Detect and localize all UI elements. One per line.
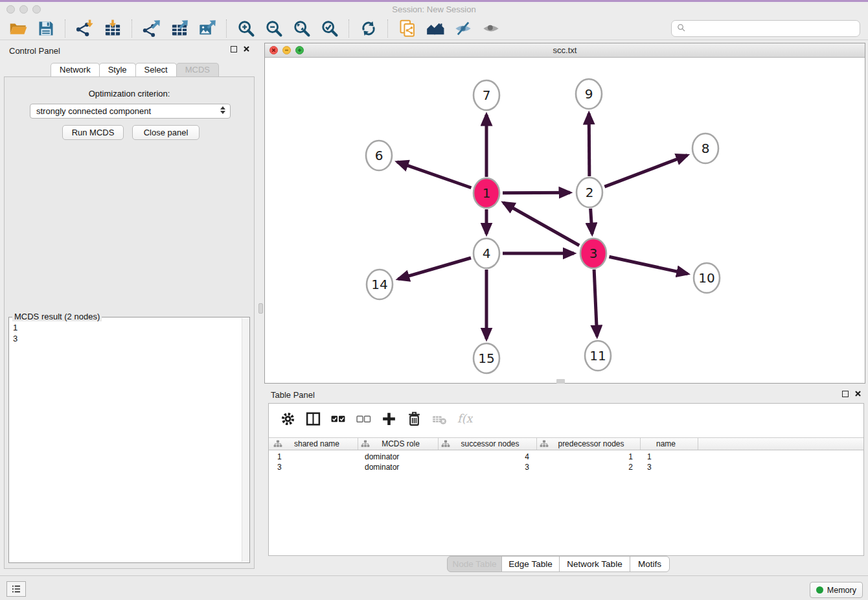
graph-edge-3-11[interactable] xyxy=(594,270,597,336)
table-cell: 1 xyxy=(537,452,641,462)
node-label: 9 xyxy=(585,86,593,102)
delete-row-icon[interactable] xyxy=(403,408,425,429)
select-all-icon[interactable] xyxy=(327,408,349,429)
table-browser-tabs: Node TableEdge TableNetwork TableMotifs xyxy=(447,556,670,572)
network-canvas[interactable]: 7968124314101511 xyxy=(265,58,865,383)
table-row[interactable]: 1dominator411 xyxy=(269,452,863,462)
graph-node-15: 15 xyxy=(474,343,499,373)
graph-node-3: 3 xyxy=(580,238,606,268)
zoom-in-icon[interactable] xyxy=(232,18,260,39)
zoom-window-button[interactable] xyxy=(32,5,41,14)
zoom-fit-icon[interactable] xyxy=(288,18,315,39)
float-table-panel-icon[interactable] xyxy=(842,391,849,397)
tab-edge-table[interactable]: Edge Table xyxy=(501,556,560,572)
graph-node-9: 9 xyxy=(576,79,602,109)
home-icon[interactable] xyxy=(421,18,449,39)
run-mcds-button[interactable]: Run MCDS xyxy=(62,125,124,140)
tab-style[interactable]: Style xyxy=(99,63,136,76)
criterion-value: strongly connected component xyxy=(36,106,151,116)
result-node-id: 3 xyxy=(13,333,237,344)
table-row[interactable]: 3dominator323 xyxy=(269,462,863,472)
network-file-icon[interactable] xyxy=(393,18,421,39)
function-builder-icon: f(x) xyxy=(453,408,475,429)
memory-label: Memory xyxy=(827,586,856,595)
select-stepper-icon xyxy=(220,106,225,114)
minimize-window-button[interactable] xyxy=(19,5,28,14)
delete-table-icon xyxy=(428,408,450,429)
float-panel-icon[interactable] xyxy=(231,46,237,52)
export-image-icon[interactable] xyxy=(193,18,221,39)
control-panel-tabs: NetworkStyleSelectMCDS xyxy=(51,63,218,76)
hide-details-icon[interactable] xyxy=(449,18,477,39)
mcds-panel: Optimization criterion: strongly connect… xyxy=(4,76,255,569)
memory-button[interactable]: Memory xyxy=(810,582,863,598)
graph-node-10: 10 xyxy=(694,263,720,293)
graph-node-8: 8 xyxy=(692,133,718,163)
memory-status-icon xyxy=(816,586,823,594)
export-network-icon[interactable] xyxy=(137,18,165,39)
show-details-icon[interactable] xyxy=(477,18,505,39)
column-header-shared-name[interactable]: shared name xyxy=(271,438,358,450)
optimization-criterion-select[interactable]: strongly connected component xyxy=(30,104,231,119)
zoom-out-icon[interactable] xyxy=(260,18,288,39)
deselect-all-icon[interactable] xyxy=(352,408,374,429)
toolbar-separator xyxy=(387,19,388,38)
close-window-button[interactable] xyxy=(6,5,15,14)
graph-edge-1-6[interactable] xyxy=(397,162,471,188)
graph-edge-3-10[interactable] xyxy=(609,257,687,273)
column-header-name[interactable]: name xyxy=(641,438,698,450)
tree-icon xyxy=(540,440,549,448)
save-session-icon[interactable] xyxy=(32,18,60,39)
add-row-icon[interactable] xyxy=(378,408,400,429)
tab-mcds[interactable]: MCDS xyxy=(176,63,219,76)
toolbar-separator xyxy=(226,19,227,38)
network-window-titlebar[interactable]: scc.txt xyxy=(265,43,865,58)
graph-edge-2-8[interactable] xyxy=(604,156,687,187)
horizontal-splitter-handle[interactable] xyxy=(556,379,565,384)
search-input[interactable] xyxy=(689,22,860,35)
search-box[interactable] xyxy=(671,20,860,37)
open-file-icon[interactable] xyxy=(4,18,32,39)
graph-edge-1-2[interactable] xyxy=(503,192,570,193)
export-table-icon[interactable] xyxy=(165,18,193,39)
zoom-selected-icon[interactable] xyxy=(315,18,343,39)
table-cell: 2 xyxy=(537,462,641,472)
graph-node-4: 4 xyxy=(474,238,499,268)
tab-node-table[interactable]: Node Table xyxy=(447,556,502,572)
refresh-icon[interactable] xyxy=(354,18,382,39)
tab-network[interactable]: Network xyxy=(51,63,100,76)
svg-text:f(x): f(x) xyxy=(457,412,473,425)
close-panel-button[interactable]: Close panel xyxy=(132,125,200,140)
split-table-icon[interactable] xyxy=(302,408,324,429)
graph-edge-2-3[interactable] xyxy=(591,209,592,234)
graph-edge-3-1[interactable] xyxy=(503,203,579,246)
panel-list-button[interactable] xyxy=(6,581,26,597)
table-panel-header: Table Panel xyxy=(264,386,868,403)
column-header-label: shared name xyxy=(282,439,358,448)
close-panel-icon[interactable] xyxy=(243,45,250,52)
node-label: 11 xyxy=(589,348,606,363)
result-scrollbar[interactable] xyxy=(242,318,249,562)
column-header-successor-nodes[interactable]: successor nodes xyxy=(439,438,537,450)
gear-icon[interactable] xyxy=(277,408,299,429)
column-header-predecessor-nodes[interactable]: predecessor nodes xyxy=(537,438,641,450)
table-cell: 4 xyxy=(439,452,537,462)
vertical-splitter-handle[interactable] xyxy=(258,303,263,314)
table-cell: dominator xyxy=(358,452,439,462)
import-table-icon[interactable] xyxy=(98,18,126,39)
tree-icon xyxy=(441,440,450,448)
tab-select[interactable]: Select xyxy=(135,63,177,76)
node-table-panel: f(x) shared nameMCDS rolesuccessor nodes… xyxy=(268,403,864,556)
tab-network-table[interactable]: Network Table xyxy=(559,556,630,572)
column-header-MCDS-role[interactable]: MCDS role xyxy=(358,438,439,450)
column-header-label: successor nodes xyxy=(450,439,536,448)
table-cell: dominator xyxy=(358,462,439,472)
network-window-title: scc.txt xyxy=(265,43,865,58)
node-label: 1 xyxy=(483,185,491,201)
import-network-icon[interactable] xyxy=(71,18,98,39)
tab-motifs[interactable]: Motifs xyxy=(630,556,670,572)
graph-edge-4-14[interactable] xyxy=(398,258,471,279)
table-panel-title: Table Panel xyxy=(271,390,315,400)
close-table-panel-icon[interactable] xyxy=(854,390,862,397)
graph-edge-2-9[interactable] xyxy=(589,113,589,176)
